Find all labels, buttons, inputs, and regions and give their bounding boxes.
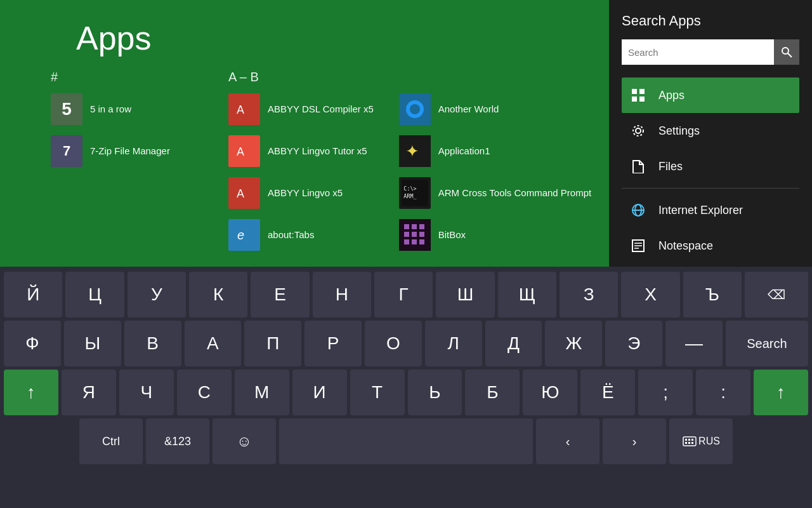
key-ы[interactable]: Ы — [64, 321, 121, 366]
key-ш[interactable]: Ш — [436, 272, 494, 318]
key-б[interactable]: Б — [465, 370, 520, 415]
key-о[interactable]: О — [365, 321, 422, 366]
svg-rect-25 — [419, 239, 424, 244]
sidebar-label-files: Files — [658, 160, 683, 173]
svg-rect-20 — [404, 232, 409, 237]
svg-rect-49 — [683, 437, 696, 446]
sidebar-item-settings[interactable]: Settings — [622, 113, 799, 149]
key-ф[interactable]: Ф — [4, 321, 61, 366]
app-7zip[interactable]: 7 7-Zip File Manager — [51, 135, 203, 167]
app-abbyy-lingvo-tutor[interactable]: A ABBYY Lingvo Tutor x5 — [228, 135, 374, 167]
category-header-ab: A – B — [228, 70, 374, 84]
app-about-tabs[interactable]: e about:Tabs — [228, 219, 374, 251]
svg-rect-54 — [688, 442, 690, 444]
category-b-col2: Another World ✦ Application1 C:\>ARM_ AR… — [399, 70, 591, 261]
key-в[interactable]: В — [124, 321, 181, 366]
key-н[interactable]: Н — [313, 272, 371, 318]
arrow-right-key[interactable]: › — [603, 418, 666, 464]
key-х[interactable]: Х — [621, 272, 679, 318]
svg-point-10 — [410, 104, 420, 114]
app-another-world[interactable]: Another World — [399, 93, 591, 125]
key-к[interactable]: К — [189, 272, 247, 318]
svg-rect-55 — [691, 442, 693, 444]
note-icon — [627, 234, 650, 257]
svg-point-34 — [782, 48, 789, 54]
key-т[interactable]: Т — [350, 370, 405, 415]
app-5inrow[interactable]: 5 5 in a row — [51, 93, 203, 125]
key-ж[interactable]: Ж — [545, 321, 602, 366]
app-label-arm: ARM Cross Tools Command Prompt — [438, 187, 591, 199]
app-bitbox[interactable]: BitBox — [399, 219, 591, 251]
key-ю[interactable]: Ю — [523, 370, 577, 415]
key-ь[interactable]: Ь — [408, 370, 462, 415]
key-е[interactable]: Е — [251, 272, 309, 318]
search-button[interactable] — [774, 39, 799, 65]
app-label-7zip: 7-Zip File Manager — [90, 145, 170, 157]
key-dash[interactable]: — — [665, 321, 723, 366]
key-д[interactable]: Д — [485, 321, 542, 366]
keyboard: Й Ц У К Е Н Г Ш Щ З Х Ъ ⌫ Ф Ы В А П Р О … — [0, 267, 812, 508]
arrow-left-key[interactable]: ‹ — [536, 418, 599, 464]
key-ч[interactable]: Ч — [119, 370, 174, 415]
key-semicolon[interactable]: ; — [638, 370, 693, 415]
key-р[interactable]: Р — [304, 321, 362, 366]
key-ъ[interactable]: Ъ — [683, 272, 742, 318]
search-sidebar: Search Apps Apps Settin — [609, 0, 812, 267]
key-г[interactable]: Г — [374, 272, 433, 318]
svg-rect-22 — [419, 232, 424, 237]
shift-left-key[interactable]: ↑ — [4, 370, 58, 415]
search-input[interactable] — [622, 39, 774, 65]
ie-icon — [627, 199, 650, 222]
sidebar-label-ie: Internet Explorer — [658, 204, 743, 217]
svg-rect-50 — [685, 439, 687, 441]
svg-rect-52 — [691, 439, 693, 441]
svg-rect-36 — [632, 89, 637, 94]
app-arm[interactable]: C:\>ARM_ ARM Cross Tools Command Prompt — [399, 177, 591, 209]
key-м[interactable]: М — [235, 370, 289, 415]
key-п[interactable]: П — [244, 321, 301, 366]
sidebar-item-apps[interactable]: Apps — [622, 77, 799, 113]
key-ё[interactable]: Ё — [580, 370, 635, 415]
app-icon-another-world — [399, 93, 431, 125]
key-с[interactable]: С — [177, 370, 232, 415]
language-key[interactable]: RUS — [669, 418, 733, 464]
key-щ[interactable]: Щ — [498, 272, 556, 318]
key-у[interactable]: У — [128, 272, 186, 318]
key-и[interactable]: И — [292, 370, 347, 415]
app-label-5inrow: 5 in a row — [90, 103, 131, 116]
key-й[interactable]: Й — [4, 272, 62, 318]
app-label-bitbox: BitBox — [438, 229, 466, 241]
key-colon[interactable]: : — [696, 370, 750, 415]
key-а[interactable]: А — [185, 321, 242, 366]
svg-text:✦: ✦ — [405, 142, 419, 161]
key-ц[interactable]: Ц — [65, 272, 124, 318]
category-a-b: A – B A ABBYY DSL Compiler x5 A ABBYY Li… — [228, 70, 374, 261]
svg-rect-17 — [404, 224, 409, 229]
keyboard-icon — [682, 434, 697, 449]
search-key[interactable]: Search — [726, 321, 808, 366]
ctrl-key[interactable]: Ctrl — [79, 418, 143, 464]
key-з[interactable]: З — [560, 272, 618, 318]
emoji-key[interactable]: ☺ — [213, 418, 276, 464]
app-label-abbyy-dsl: ABBYY DSL Compiler x5 — [268, 103, 374, 116]
svg-line-35 — [788, 53, 792, 57]
sidebar-item-notespace[interactable]: Notespace — [622, 228, 799, 264]
key-л[interactable]: Л — [425, 321, 482, 366]
key-э[interactable]: Э — [605, 321, 662, 366]
app-application1[interactable]: ✦ Application1 — [399, 135, 591, 167]
symbols-key[interactable]: &123 — [146, 418, 209, 464]
svg-point-41 — [633, 126, 643, 136]
keyboard-row-3: ↑ Я Ч С М И Т Ь Б Ю Ё ; : ↑ — [4, 370, 808, 415]
sidebar-item-files[interactable]: Files — [622, 149, 799, 184]
app-abbyy-dsl[interactable]: A ABBYY DSL Compiler x5 — [228, 93, 374, 125]
shift-right-key[interactable]: ↑ — [754, 370, 808, 415]
app-abbyy-lingvo[interactable]: A ABBYY Lingvo x5 — [228, 177, 374, 209]
key-я[interactable]: Я — [62, 370, 116, 415]
grid-icon — [627, 84, 650, 107]
keyboard-row-2: Ф Ы В А П Р О Л Д Ж Э — Search — [4, 321, 808, 366]
sidebar-item-ie[interactable]: Internet Explorer — [622, 192, 799, 228]
space-key[interactable] — [279, 418, 533, 464]
category-hash: # 5 5 in a row 7 7-Zip File Manager — [51, 70, 203, 261]
category-header-hash: # — [51, 70, 203, 84]
backspace-key[interactable]: ⌫ — [745, 272, 808, 318]
